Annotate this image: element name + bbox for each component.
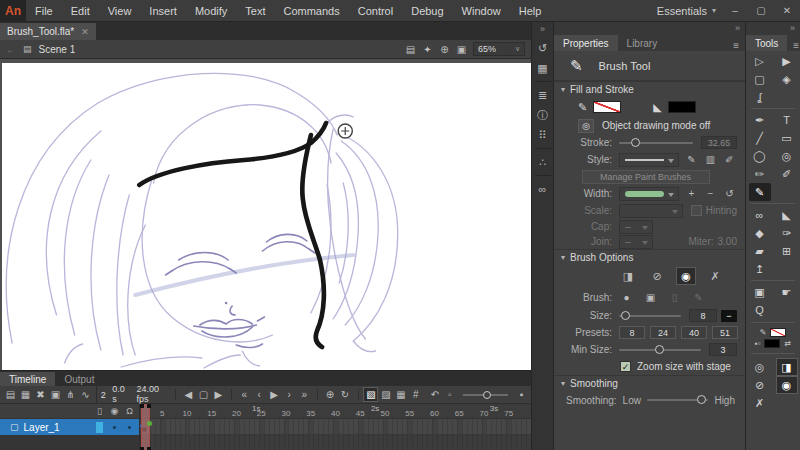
tilt-pressure-icon[interactable]: ✗: [749, 394, 771, 412]
outline-column-icon[interactable]: ▯: [92, 406, 107, 416]
fill-color-swatch[interactable]: [668, 101, 696, 113]
large-frames-icon[interactable]: ▪: [514, 387, 529, 402]
smoothing-slider[interactable]: [647, 399, 708, 401]
hand-tool[interactable]: ☛: [776, 283, 798, 301]
align-icon[interactable]: ≣: [534, 86, 552, 104]
restore-button[interactable]: ▢: [748, 5, 774, 16]
components-icon[interactable]: ▦: [534, 59, 552, 77]
playhead[interactable]: [141, 404, 150, 450]
preset-button-51[interactable]: 51: [712, 326, 738, 339]
menu-modify[interactable]: Modify: [186, 5, 236, 17]
graph-icon[interactable]: ∿: [78, 387, 93, 402]
paint-brush-style-icon[interactable]: ✐: [722, 152, 737, 167]
line-tool[interactable]: ╱: [749, 129, 771, 147]
tab-output[interactable]: Output: [55, 372, 103, 386]
frame-rate-value[interactable]: 24.00 fps: [136, 384, 167, 405]
layer-lock-dot[interactable]: •: [122, 422, 137, 433]
collapse-panel-icon[interactable]: »: [790, 23, 795, 33]
edit-stroke-style-icon[interactable]: ✎: [684, 152, 699, 167]
history-icon[interactable]: ↺: [534, 39, 552, 57]
step-forward-icon[interactable]: ▶: [211, 387, 226, 402]
frames-area[interactable]: 510152025303540455055606570751s2s3s: [140, 404, 531, 450]
width-reset-icon[interactable]: ↺: [722, 186, 737, 201]
onion-outline-icon[interactable]: ▨: [378, 387, 393, 402]
asset-warp-tool[interactable]: ⊞: [776, 242, 798, 260]
marker-range-icon[interactable]: #: [408, 387, 423, 402]
lock-column-icon[interactable]: Ω: [122, 406, 137, 416]
width-profile-dropdown[interactable]: [619, 187, 679, 201]
cc-libraries-icon[interactable]: ∞: [534, 180, 552, 198]
motion-presets-icon[interactable]: ∴: [534, 153, 552, 171]
center-playhead-icon[interactable]: ⊕: [323, 387, 338, 402]
min-size-value-field[interactable]: 3: [709, 343, 737, 356]
document-tab[interactable]: Brush_Tool.fla* ✕: [0, 23, 96, 40]
onion-skin-icon[interactable]: ▧: [363, 387, 378, 402]
width-remove-icon[interactable]: −: [703, 186, 718, 201]
pin-tool[interactable]: ↥: [749, 260, 771, 278]
preset-button-8[interactable]: 8: [619, 326, 645, 339]
stage-canvas[interactable]: [2, 63, 531, 370]
panel-menu-icon[interactable]: ≡: [787, 40, 800, 51]
menu-view[interactable]: View: [99, 5, 141, 17]
menu-insert[interactable]: Insert: [140, 5, 186, 17]
new-folder-icon[interactable]: ▦: [18, 387, 33, 402]
menu-commands[interactable]: Commands: [274, 5, 348, 17]
oval-tool[interactable]: ◯: [749, 147, 771, 165]
draw-as-fill-icon[interactable]: ◉: [676, 267, 696, 285]
pen-tool[interactable]: ✒: [749, 111, 771, 129]
go-last-frame-icon[interactable]: »: [297, 387, 312, 402]
close-button[interactable]: ✕: [774, 5, 800, 16]
play-icon[interactable]: ▶: [267, 387, 282, 402]
min-size-slider[interactable]: [619, 349, 701, 351]
visibility-column-icon[interactable]: ◉: [107, 406, 122, 416]
edit-symbols-icon[interactable]: ✦: [420, 42, 435, 57]
use-pressure-icon[interactable]: ✗: [705, 267, 725, 285]
section-smoothing[interactable]: ▾ Smoothing: [554, 375, 745, 391]
reset-timeline-zoom-icon[interactable]: ↶: [427, 387, 442, 402]
oval-primitive-tool[interactable]: ◎: [776, 147, 798, 165]
section-fill-and-stroke[interactable]: ▾ Fill and Stroke: [554, 81, 745, 97]
tab-properties[interactable]: Properties: [554, 35, 618, 51]
menu-file[interactable]: File: [26, 5, 62, 17]
stroke-slider[interactable]: [619, 142, 693, 144]
default-colors-button[interactable]: ▪▫: [755, 339, 761, 348]
loop-icon[interactable]: ↻: [338, 387, 353, 402]
menu-window[interactable]: Window: [453, 5, 510, 17]
brush-mode-icon[interactable]: ⊘: [749, 376, 771, 394]
free-transform-tool[interactable]: ▢: [749, 70, 771, 88]
menu-text[interactable]: Text: [236, 5, 274, 17]
bone-tool[interactable]: ∞: [749, 206, 771, 224]
swap-colors-button[interactable]: ⇄: [784, 339, 791, 348]
layer-outline-dot[interactable]: •: [107, 422, 122, 433]
gradient-transform-tool[interactable]: ◈: [776, 70, 798, 88]
object-drawing-toggle[interactable]: ◎: [578, 119, 594, 133]
elapsed-time-value[interactable]: 0.0 s: [112, 384, 128, 405]
stroke-value-field[interactable]: 32.65: [701, 136, 737, 149]
manage-paint-brushes-button[interactable]: Manage Paint Brushes: [582, 170, 710, 184]
brush-shape-preview[interactable]: ●: [619, 290, 634, 305]
fill-color-swatch[interactable]: [764, 339, 780, 348]
minimize-button[interactable]: –: [722, 5, 748, 16]
timeline-ruler[interactable]: 510152025303540455055606570751s2s3s: [140, 404, 531, 419]
size-slider[interactable]: [619, 315, 681, 317]
preset-button-24[interactable]: 24: [650, 326, 676, 339]
center-stage-icon[interactable]: ⊕: [437, 42, 452, 57]
zoom-tool[interactable]: Q: [749, 301, 771, 319]
stage-zoom-select[interactable]: 65% ∨: [473, 42, 525, 56]
workspace-switcher[interactable]: Essentials ▾: [651, 5, 722, 17]
lock-fill-icon[interactable]: ◨: [776, 358, 798, 376]
brush-mode-icon[interactable]: ⊘: [647, 267, 667, 285]
section-brush-options[interactable]: ▾ Brush Options: [554, 249, 745, 265]
layer-frames-row[interactable]: [140, 419, 531, 435]
step-back-icon[interactable]: ◀: [181, 387, 196, 402]
rectangle-tool[interactable]: ▭: [776, 129, 798, 147]
eraser-tool[interactable]: ▰: [749, 242, 771, 260]
size-preview-button[interactable]: −: [721, 310, 737, 322]
transform-icon[interactable]: ⠿: [534, 126, 552, 144]
width-add-icon[interactable]: +: [684, 186, 699, 201]
layer-row[interactable]: ▢ Layer_1 • •: [0, 419, 139, 435]
current-frame-box-icon[interactable]: ▢: [196, 387, 211, 402]
collapse-panel-icon[interactable]: »: [735, 23, 740, 33]
brush-tool[interactable]: ✎: [749, 183, 771, 201]
tab-timeline[interactable]: Timeline: [0, 372, 55, 386]
